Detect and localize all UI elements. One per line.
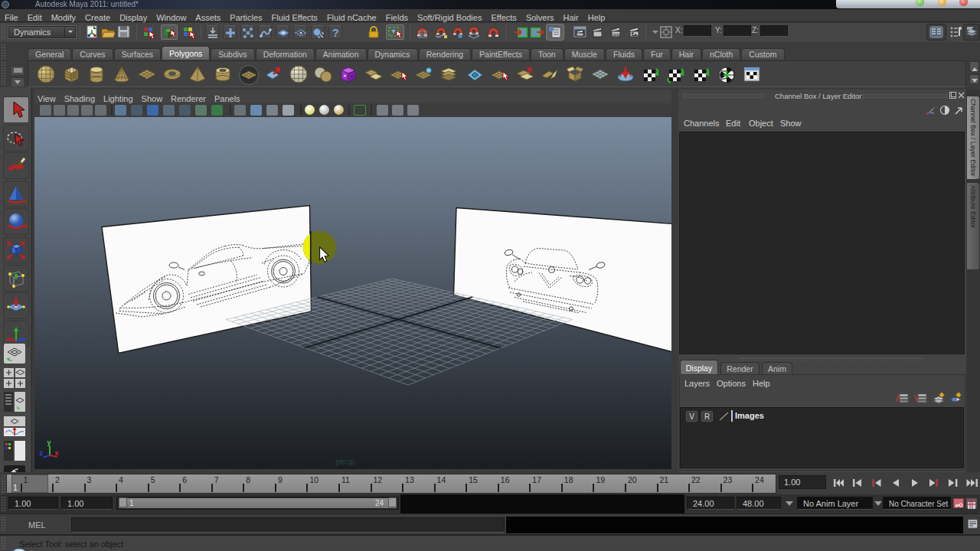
svg-text:z: z	[40, 449, 44, 457]
svg-text:y: y	[47, 439, 51, 446]
svg-text:x: x	[55, 449, 59, 457]
svg-text:persp: persp	[336, 458, 355, 466]
svg-text:IPR: IPR	[612, 33, 621, 37]
svg-text:?: ?	[332, 27, 339, 39]
